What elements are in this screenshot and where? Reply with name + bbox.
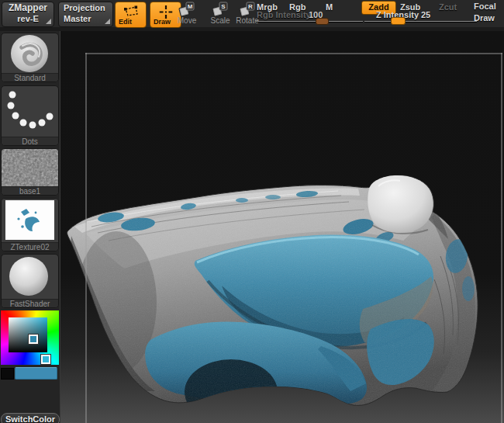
move-button[interactable]: M Move (171, 2, 203, 26)
move-icon: M (178, 2, 196, 17)
draw-size-slider[interactable]: Draw (474, 13, 495, 23)
m-button[interactable]: M (326, 2, 333, 12)
switch-color-button[interactable]: SwitchColor (1, 413, 60, 423)
alpha-tile-label: base1 (2, 186, 58, 196)
stroke-tile-label: Dots (2, 137, 58, 146)
material-tile-fastshader[interactable]: FastShader (1, 254, 59, 308)
brush-tile-label: Standard (2, 73, 58, 82)
zcut-button[interactable]: Zcut (439, 2, 457, 12)
z-intensity-slider-track[interactable] (364, 21, 477, 22)
scale-icon: S (211, 2, 230, 17)
z-intensity-value: 25 (421, 10, 430, 19)
brush-tile-standard[interactable]: Standard (1, 33, 59, 82)
scale-badge: S (221, 3, 226, 10)
projection-master-label-1: Projection (59, 2, 112, 13)
draw-label: Draw (154, 18, 171, 26)
zmapper-label-1: ZMapper (2, 2, 54, 14)
document-frame-left (85, 53, 87, 423)
move-label: Move (178, 16, 196, 25)
move-badge: M (188, 3, 193, 10)
rgb-intensity-slider-handle[interactable] (316, 18, 329, 25)
texture-tile-label: ZTexture02 (2, 242, 58, 251)
rotate-icon: R (238, 2, 257, 17)
rgb-intensity-label: Rgb Intensity (257, 10, 311, 19)
color-picker[interactable] (1, 310, 59, 365)
popup-triangle-icon (105, 19, 110, 24)
hue-marker[interactable] (41, 355, 50, 364)
alpha-tile-base1[interactable]: base1 (1, 148, 59, 196)
left-tool-palette: Standard Dots base1 (0, 31, 60, 423)
main-color-swatch[interactable] (15, 367, 57, 380)
standard-brush-thumbnail (2, 33, 58, 73)
base1-alpha-thumbnail (2, 149, 58, 186)
ztexture02-thumbnail (2, 199, 58, 242)
edit-label: Edit (119, 18, 132, 26)
document-frame-top (85, 53, 502, 54)
texture-tile-ztexture02[interactable]: ZTexture02 (1, 198, 59, 251)
sv-marker[interactable] (29, 335, 38, 344)
z-intensity-slider-handle[interactable] (391, 17, 406, 25)
edit-gyro-icon (123, 5, 140, 18)
material-tile-label: FastShader (2, 299, 58, 308)
zbrush-window: ZMapper rev-E Projection Master Edit (0, 0, 504, 423)
document-frame-right (501, 53, 502, 423)
focal-shift-slider[interactable]: Focal (474, 2, 496, 11)
stroke-tile-dots[interactable]: Dots (1, 85, 59, 146)
top-toolbar: ZMapper rev-E Projection Master Edit (0, 0, 504, 31)
dots-stroke-thumbnail (2, 86, 58, 137)
edit-button[interactable]: Edit (115, 2, 147, 28)
projection-master-button[interactable]: Projection Master (58, 2, 113, 27)
secondary-color-swatch[interactable] (1, 368, 14, 380)
popup-triangle-icon (46, 19, 51, 24)
rgb-intensity-slider-track[interactable] (256, 21, 363, 22)
scale-label: Scale (210, 16, 230, 25)
saturation-value-square[interactable] (9, 317, 47, 352)
sculpted-model[interactable] (0, 0, 504, 423)
zmapper-button[interactable]: ZMapper rev-E (2, 2, 54, 27)
fastshader-thumbnail (2, 255, 58, 299)
rotate-badge: R (248, 3, 253, 10)
